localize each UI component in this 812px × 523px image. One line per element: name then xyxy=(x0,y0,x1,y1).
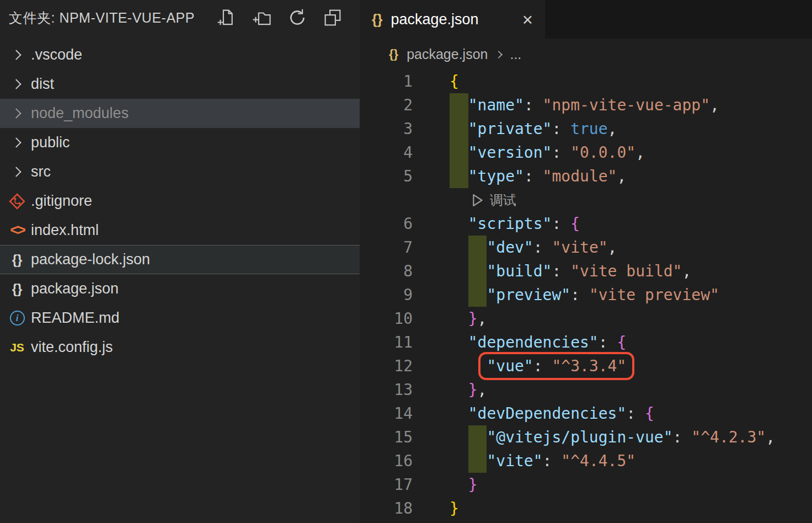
code-line-content: "private": true, xyxy=(450,117,812,141)
chevron-right-icon xyxy=(6,168,29,175)
breadcrumb-more[interactable]: ... xyxy=(510,46,521,62)
line-number: 4 xyxy=(360,141,413,164)
line-number: 7 xyxy=(360,236,413,259)
line-number: 14 xyxy=(360,402,413,425)
code-line: 5 "type": "module", xyxy=(360,164,812,188)
explorer-sidebar: 文件夹: NPM-VITE-VUE-APP xyxy=(0,0,360,523)
tree-item-label: .vscode xyxy=(31,46,82,63)
line-number: 6 xyxy=(360,212,413,236)
tree-item-README.md[interactable]: iREADME.md xyxy=(0,303,360,333)
code-line: 18} xyxy=(360,497,812,520)
tree-item-public[interactable]: public xyxy=(0,128,360,157)
chevron-right-icon xyxy=(6,81,29,88)
code-line: 16 "vite": "^4.4.5" xyxy=(360,449,812,473)
code-line: 10 }, xyxy=(360,307,812,330)
info-icon: i xyxy=(6,311,29,325)
js-icon: JS xyxy=(6,341,29,354)
braces-icon: {} xyxy=(6,281,29,297)
editor-area: {} package.json × {} package.json ... 1{… xyxy=(360,0,812,523)
tab-label: package.json xyxy=(391,11,478,28)
code-line: 4 "version": "0.0.0", xyxy=(360,141,812,164)
explorer-actions xyxy=(216,7,343,28)
tree-item-.vscode[interactable]: .vscode xyxy=(0,40,360,70)
json-braces-icon: {} xyxy=(389,47,398,61)
codelens-label: 调试 xyxy=(490,188,516,212)
code-line: 6 "scripts": { xyxy=(360,212,812,236)
code-line-content: "dev": "vite", xyxy=(450,236,812,259)
tree-item-label: public xyxy=(31,134,70,151)
new-file-icon xyxy=(217,8,236,27)
line-number: 8 xyxy=(360,259,413,283)
line-number: 9 xyxy=(360,283,413,307)
collapse-folders-button[interactable] xyxy=(322,7,343,28)
new-folder-button[interactable] xyxy=(252,7,273,28)
line-number: 1 xyxy=(360,70,413,93)
code-editor[interactable]: 1{2 "name": "npm-vite-vue-app",3 "privat… xyxy=(360,70,812,523)
code-line-content: "scripts": { xyxy=(450,212,812,236)
tree-item-node_modules[interactable]: node_modules xyxy=(0,99,360,128)
code-line-content: 调试 xyxy=(450,188,812,212)
refresh-icon xyxy=(288,8,307,27)
code-line-content: }, xyxy=(450,307,812,330)
new-folder-icon xyxy=(253,8,271,27)
code-line-content: "type": "module", xyxy=(450,164,812,188)
line-number: 13 xyxy=(360,378,413,402)
git-icon xyxy=(6,193,29,210)
line-number: 17 xyxy=(360,473,413,497)
tab-package-json[interactable]: {} package.json × xyxy=(360,0,545,39)
close-tab-icon[interactable]: × xyxy=(522,10,533,29)
chevron-right-icon xyxy=(6,51,29,58)
code-line-content: } xyxy=(450,473,812,497)
tree-item-package-lock.json[interactable]: {}package-lock.json xyxy=(0,245,360,274)
chevron-right-icon xyxy=(6,110,29,117)
vue-dependency-annotation: "vue": "^3.3.4" xyxy=(487,354,626,378)
code-line-content: } xyxy=(450,497,812,520)
chevron-right-icon xyxy=(495,51,503,58)
line-number: 12 xyxy=(360,354,413,378)
line-number: 5 xyxy=(360,164,413,188)
file-tree: .vscodedistnode_modulespublicsrc.gitigno… xyxy=(0,35,360,362)
code-line-content: "preview": "vite preview" xyxy=(450,283,812,307)
code-line-content: "vue": "^3.3.4" xyxy=(450,354,812,378)
tree-item-dist[interactable]: dist xyxy=(0,70,360,99)
tree-item-label: dist xyxy=(31,76,54,93)
code-line: 9 "preview": "vite preview" xyxy=(360,283,812,307)
tree-item-label: package.json xyxy=(31,280,119,297)
code-line: 15 "@vitejs/plugin-vue": "^4.2.3", xyxy=(360,425,812,449)
tree-item-src[interactable]: src xyxy=(0,157,360,186)
codelens-row: 调试 xyxy=(360,188,812,212)
code-line: 2 "name": "npm-vite-vue-app", xyxy=(360,93,812,117)
tree-item-label: .gitignore xyxy=(31,193,92,210)
refresh-explorer-button[interactable] xyxy=(287,7,308,28)
code-line: 7 "dev": "vite", xyxy=(360,236,812,259)
tree-item-label: index.html xyxy=(31,222,99,239)
tree-item-index.html[interactable]: <>index.html xyxy=(0,216,360,245)
tree-item-vite.config.js[interactable]: JSvite.config.js xyxy=(0,333,360,362)
vscode-window: 文件夹: NPM-VITE-VUE-APP xyxy=(0,0,812,523)
tab-bar: {} package.json × xyxy=(360,0,812,39)
tree-item-label: vite.config.js xyxy=(31,339,113,356)
code-line-content: "@vitejs/plugin-vue": "^4.2.3", xyxy=(450,425,812,449)
line-number: 16 xyxy=(360,449,413,473)
html-icon: <> xyxy=(6,222,29,239)
breadcrumb-file[interactable]: package.json xyxy=(407,46,488,62)
code-line-content: "dependencies": { xyxy=(450,330,812,354)
collapse-folders-icon xyxy=(323,8,342,27)
code-line-content: "vite": "^4.4.5" xyxy=(450,449,812,473)
explorer-folder-title: 文件夹: NPM-VITE-VUE-APP xyxy=(9,9,195,27)
tree-item-label: node_modules xyxy=(31,105,129,122)
new-file-button[interactable] xyxy=(216,7,237,28)
tree-item-.gitignore[interactable]: .gitignore xyxy=(0,186,360,216)
line-number: 11 xyxy=(360,330,413,354)
debug-codelens[interactable]: 调试 xyxy=(472,188,516,212)
code-line: 3 "private": true, xyxy=(360,117,812,141)
play-icon xyxy=(472,194,484,207)
line-number: 15 xyxy=(360,425,413,449)
tree-item-label: README.md xyxy=(31,309,120,327)
tree-item-package.json[interactable]: {}package.json xyxy=(0,274,360,303)
code-line-content: { xyxy=(450,70,812,93)
tree-item-label: src xyxy=(31,163,51,180)
code-line: 14 "devDependencies": { xyxy=(360,402,812,425)
code-line: 1{ xyxy=(360,70,812,93)
code-line: 13 }, xyxy=(360,378,812,402)
